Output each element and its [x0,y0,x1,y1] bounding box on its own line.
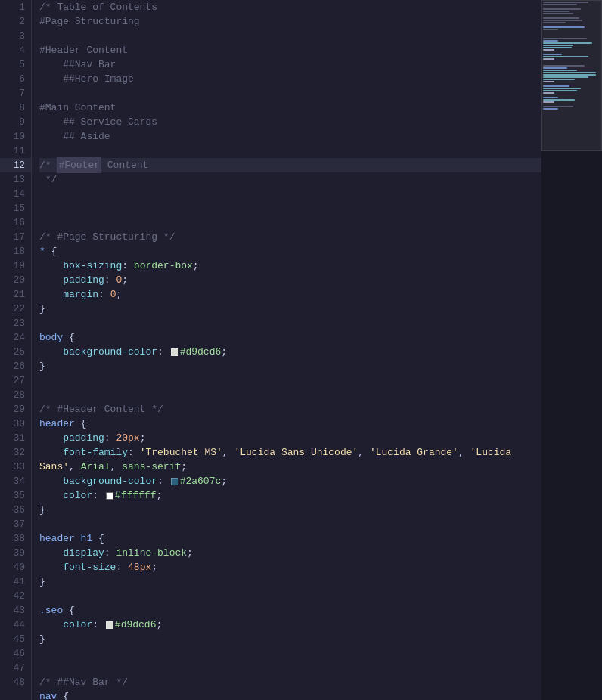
minimap-line-41 [543,92,554,94]
code-line-30: header { [39,417,541,431]
minimap-line-39 [543,88,581,89]
line-number-7: 7 [0,86,31,101]
line-numbers: 1234567891011121314151617181920212223242… [0,0,32,700]
line-number-45: 45 [0,632,31,646]
code-line-34: color: #ffffff; [39,488,541,503]
line-number-27: 27 [0,373,31,388]
code-line-24: body { [39,330,541,345]
code-line-47: /* ##Nav Bar */ [39,675,541,689]
line-number-42: 42 [0,589,31,603]
code-line-31: padding: 20px; [39,431,541,445]
line-number-41: 41 [0,575,31,589]
line-number-15: 15 [0,201,31,215]
line-number-39: 39 [0,546,31,560]
line-number-36: 36 [0,503,31,517]
line-number-5: 5 [0,57,31,72]
line-number-22: 22 [0,302,31,316]
code-line-5: ##Nav Bar [39,57,541,72]
line-number-26: 26 [0,359,31,373]
code-area[interactable]: /* Table of Contents#Page Structuring #H… [32,0,541,700]
code-line-21: margin: 0; [39,287,541,302]
code-line-42: .seo { [39,603,541,618]
code-line-4: #Header Content [39,43,541,57]
minimap-line-4 [543,8,581,10]
line-number-30: 30 [0,417,31,431]
minimap-line-36 [543,81,554,82]
code-line-1: /* Table of Contents [39,0,541,14]
minimap-line-17 [543,38,587,39]
code-line-20: padding: 0; [39,273,541,287]
code-line-43: color: #d9dcd6; [39,618,541,632]
code-line-22: } [39,302,541,316]
line-number-25: 25 [0,345,31,359]
code-line-6: ##Hero Image [39,72,541,86]
line-number-32: 32 [0,445,31,460]
code-line-39: font-size: 48px; [39,560,541,575]
code-line-11 [39,144,541,158]
code-line-26: } [39,359,541,373]
line-number-47: 47 [0,661,31,675]
minimap-line-2 [543,4,577,5]
line-number-2: 2 [0,14,31,29]
line-number-20: 20 [0,273,31,287]
code-line-7 [39,86,541,101]
minimap-line-48 [543,108,558,110]
line-number-9: 9 [0,115,31,129]
minimap-line-25 [543,56,588,57]
line-number-46: 46 [0,646,31,661]
minimap-line-6 [543,13,573,14]
minimap-line-10 [543,22,566,23]
minimap-line-30 [543,67,567,69]
code-line-13: */ [39,172,541,187]
line-number-44: 44 [0,618,31,632]
minimap-line-47 [543,106,573,107]
line-number-10: 10 [0,129,31,144]
line-number-40: 40 [0,560,31,575]
code-line-2: #Page Structuring [39,14,541,29]
code-line-10: ## Aside [39,129,541,144]
minimap-line-29 [543,65,585,67]
code-line-9: ## Service Cards [39,115,541,129]
minimap-line-26 [543,58,554,60]
minimap[interactable] [541,0,602,700]
line-number-28: 28 [0,388,31,402]
minimap-line-24 [543,54,562,55]
minimap-line-13 [543,29,558,30]
line-number-6: 6 [0,72,31,86]
line-number-38: 38 [0,531,31,546]
line-number-12: 12 [0,158,31,172]
code-line-48: nav { [39,689,541,700]
code-line-38: display: inline-block; [39,546,541,560]
line-number-17: 17 [0,230,31,244]
line-number-1: 1 [0,0,31,14]
code-line-23 [39,316,541,330]
minimap-line-32 [543,72,596,73]
code-line-41 [39,589,541,603]
line-number-13: 13 [0,172,31,187]
code-line-25: background-color: #d9dcd6; [39,345,541,359]
code-line-32: font-family: 'Trebuchet MS', 'Lucida San… [39,445,541,460]
minimap-line-8 [543,17,579,19]
minimap-line-1 [543,2,588,3]
code-line-14 [39,187,541,201]
code-line-44: } [39,632,541,646]
minimap-line-44 [543,99,575,101]
minimap-line-22 [543,49,554,51]
code-line-45 [39,646,541,661]
code-line-17: /* #Page Structuring */ [39,230,541,244]
code-line-37: header h1 { [39,531,541,546]
code-line-29: /* #Header Content */ [39,402,541,417]
line-number-23: 23 [0,316,31,330]
minimap-line-20 [543,45,573,46]
code-line-32-wrap: Sans', Arial, sans-serif; [39,460,541,474]
code-line-40: } [39,575,541,589]
minimap-line-34 [543,76,588,78]
code-line-15 [39,201,541,215]
minimap-line-38 [543,85,569,87]
line-number-29: 29 [0,402,31,417]
code-line-12: /* #Footer Content [39,158,541,172]
code-line-28 [39,388,541,402]
code-line-27 [39,373,541,388]
minimap-line-9 [543,20,582,21]
code-line-46 [39,661,541,675]
